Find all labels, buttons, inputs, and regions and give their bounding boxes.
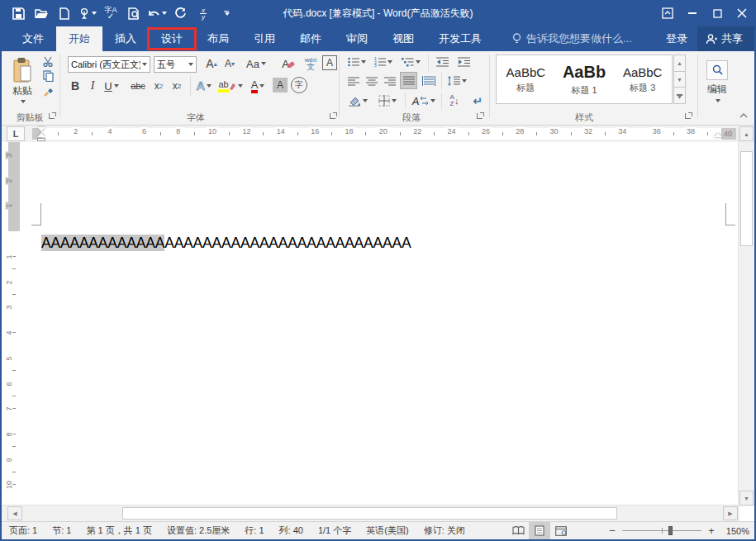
copy-button[interactable] — [40, 69, 56, 83]
underline-button[interactable]: U — [101, 78, 122, 94]
vertical-scrollbar[interactable]: ▲ ▼ — [738, 126, 754, 506]
status-language[interactable]: 英语(美国) — [359, 524, 416, 537]
print-preview-icon[interactable] — [124, 4, 144, 22]
tab-review[interactable]: 审阅 — [334, 26, 380, 51]
asian-layout-button[interactable]: A — [410, 93, 438, 109]
styles-dialog-launcher[interactable] — [684, 112, 692, 121]
font-name-combobox[interactable]: Calibri (西文正文) — [68, 56, 150, 73]
web-layout-icon[interactable] — [550, 522, 572, 539]
collapse-ribbon-icon[interactable] — [739, 111, 748, 120]
hanging-indent-marker[interactable] — [37, 133, 45, 137]
highlight-button[interactable]: ab — [218, 78, 243, 94]
undo-icon[interactable] — [147, 4, 167, 22]
align-right-button[interactable] — [382, 73, 398, 89]
zoom-slider-thumb[interactable] — [668, 526, 673, 535]
close-button[interactable] — [730, 0, 754, 26]
clear-formatting-button[interactable]: A — [279, 55, 297, 72]
minimize-button[interactable] — [680, 0, 705, 26]
status-column[interactable]: 列: 40 — [272, 524, 311, 537]
scroll-up-icon[interactable]: ▲ — [739, 126, 754, 141]
numbering-button[interactable]: 123 — [372, 55, 395, 69]
line-spacing-button[interactable] — [445, 73, 469, 89]
right-indent-marker[interactable] — [714, 133, 722, 137]
font-dialog-launcher[interactable] — [329, 112, 337, 121]
document-page[interactable]: 321 12345678910 AAAAAAAAAAAAAAAAAAAAAAAA… — [2, 142, 739, 506]
style-item-heading[interactable]: AaBbC 标题 — [497, 55, 555, 103]
share-button[interactable]: 共享 — [697, 26, 754, 51]
scroll-left-icon[interactable]: ◀ — [7, 506, 22, 520]
borders-button[interactable] — [375, 93, 400, 109]
horizontal-scrollbar[interactable]: ◀ ▶ — [2, 505, 739, 521]
left-indent-marker[interactable] — [37, 138, 45, 141]
multilevel-list-button[interactable] — [398, 55, 423, 69]
editing-button[interactable]: 编辑 — [704, 55, 730, 107]
styles-scroll-up-icon[interactable]: ▲ — [673, 55, 686, 72]
zoom-percent[interactable]: 150% — [721, 526, 749, 536]
zoom-out-icon[interactable]: − — [607, 524, 617, 537]
zoom-slider[interactable] — [622, 530, 701, 531]
sign-in-button[interactable]: 登录 — [656, 26, 697, 51]
strikethrough-button[interactable]: abc — [127, 78, 149, 94]
tab-mailings[interactable]: 邮件 — [288, 26, 334, 51]
equation-fraction-icon[interactable]: xy — [193, 4, 213, 22]
italic-button[interactable]: I — [86, 78, 99, 94]
decrease-indent-button[interactable] — [433, 55, 451, 69]
ribbon-display-options-icon[interactable] — [655, 0, 680, 26]
align-left-button[interactable] — [345, 73, 362, 89]
bullets-button[interactable] — [345, 55, 368, 69]
touch-mode-icon[interactable] — [78, 4, 97, 22]
first-line-indent-marker[interactable] — [37, 127, 45, 131]
paragraph-dialog-launcher[interactable] — [476, 112, 484, 121]
style-item-heading3[interactable]: AaBbC 标题 3 — [613, 55, 672, 103]
tab-home[interactable]: 开始 — [56, 26, 102, 51]
tab-developer[interactable]: 开发工具 — [426, 26, 494, 51]
character-border-button[interactable]: A — [322, 55, 337, 70]
sort-button[interactable]: AZ ↓ — [445, 91, 464, 111]
status-track-changes[interactable]: 修订: 关闭 — [416, 524, 473, 537]
zoom-in-icon[interactable]: + — [706, 524, 716, 537]
tab-stop-selector[interactable]: L — [7, 126, 25, 141]
status-page-of[interactable]: 第 1 页，共 1 页 — [78, 524, 159, 537]
justify-button[interactable] — [400, 72, 417, 89]
enclose-characters-button[interactable]: 字 — [291, 77, 307, 93]
shading-button[interactable] — [345, 93, 370, 109]
change-case-button[interactable]: Aa — [245, 55, 268, 72]
tab-layout[interactable]: 布局 — [195, 26, 241, 51]
save-icon[interactable] — [8, 4, 28, 22]
scroll-right-icon[interactable]: ▶ — [723, 506, 738, 520]
new-document-icon[interactable] — [55, 4, 74, 22]
bold-button[interactable]: B — [68, 78, 83, 94]
tab-references[interactable]: 引用 — [241, 26, 288, 51]
superscript-button[interactable]: x2 — [169, 78, 185, 94]
increase-indent-button[interactable] — [454, 55, 473, 69]
phonetic-guide-button[interactable]: wén 文 — [301, 54, 321, 74]
styles-gallery-more-icon[interactable]: ▬▼ — [673, 88, 686, 104]
spelling-grammar-icon[interactable]: 字A✓ — [101, 4, 121, 22]
show-hide-marks-button[interactable]: ↵ — [469, 91, 486, 111]
status-word-count[interactable]: 1/1 个字 — [311, 524, 359, 537]
text-effects-button[interactable]: A — [193, 78, 215, 94]
customize-qat-icon[interactable] — [216, 4, 236, 22]
distributed-button[interactable] — [420, 73, 438, 89]
clipboard-dialog-launcher[interactable] — [48, 112, 56, 121]
status-section[interactable]: 节: 1 — [45, 524, 78, 537]
document-text-line[interactable]: AAAAAAAAAAAAAAAAAAAAAAAAAAAAAAAAAAAAAAA — [41, 235, 411, 252]
vertical-scroll-thumb[interactable] — [740, 151, 753, 246]
status-setting[interactable]: 设置值: 2.5厘米 — [159, 524, 237, 537]
shrink-font-button[interactable]: A▾ — [221, 55, 238, 72]
print-layout-icon[interactable] — [529, 522, 550, 539]
tab-insert[interactable]: 插入 — [102, 26, 149, 51]
cut-button[interactable] — [40, 55, 56, 68]
redo-icon[interactable] — [170, 4, 190, 22]
tab-view[interactable]: 视图 — [380, 26, 426, 51]
styles-scroll-down-icon[interactable]: ▼ — [673, 72, 686, 88]
status-line[interactable]: 行: 1 — [237, 524, 271, 537]
character-shading-button[interactable]: A — [273, 78, 288, 93]
align-center-button[interactable] — [364, 73, 380, 89]
tell-me-box[interactable]: 告诉我您想要做什么... — [512, 26, 632, 51]
font-size-combobox[interactable]: 五号 — [154, 56, 197, 73]
status-page[interactable]: 页面: 1 — [2, 524, 45, 537]
format-painter-button[interactable] — [40, 84, 56, 97]
scroll-down-icon[interactable]: ▼ — [739, 491, 754, 505]
style-item-heading1[interactable]: AaBb 标题 1 — [555, 55, 614, 103]
